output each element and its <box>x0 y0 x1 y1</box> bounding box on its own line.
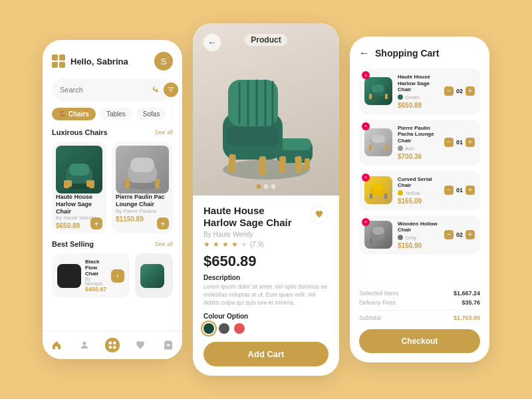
colour-options <box>203 323 329 334</box>
nav-user[interactable] <box>77 338 92 352</box>
best-img-1 <box>57 264 81 288</box>
cart-img-1 <box>364 77 392 105</box>
qty-minus-3[interactable]: − <box>444 186 454 195</box>
cart-item-2: × Pierre Paulin Pacha Lounge Chair Ash $… <box>359 120 480 166</box>
svg-rect-39 <box>372 84 384 92</box>
qty-plus-2[interactable]: + <box>466 138 475 147</box>
add-btn-2[interactable]: + <box>157 217 169 229</box>
svg-point-16 <box>82 342 86 345</box>
avatar: S <box>154 52 173 70</box>
svg-rect-13 <box>130 158 154 172</box>
phone1: Hello, Sabrina S 🪑 Chairs Tables <box>43 40 182 359</box>
cart-item-name-2: Pierre Paulin Pacha Lounge Chair <box>398 125 439 144</box>
back-button[interactable]: ← <box>203 34 221 51</box>
summary-divider <box>359 310 480 311</box>
subtotal-row: Subtotal $1,703.00 <box>359 315 480 321</box>
dot-2[interactable] <box>264 184 269 189</box>
category-chairs[interactable]: 🪑 Chairs <box>52 108 96 120</box>
star-5: ★ <box>241 240 247 249</box>
qty-plus-4[interactable]: + <box>466 230 475 239</box>
wishlist-button[interactable] <box>310 205 329 223</box>
category-tables[interactable]: Tables <box>100 108 132 120</box>
nav-grid[interactable] <box>105 338 120 352</box>
search-input[interactable] <box>60 86 152 94</box>
product-card-1[interactable]: Haute House Harlow Sage Chair By Haute W… <box>52 142 106 233</box>
bottom-nav <box>43 331 182 359</box>
cart-item-price-2: $700.36 <box>398 153 439 160</box>
remove-item-2[interactable]: × <box>362 122 370 130</box>
svg-rect-19 <box>109 346 112 348</box>
colour-red[interactable] <box>234 323 245 334</box>
cart-img-4 <box>364 221 392 249</box>
filter-button[interactable] <box>164 82 178 97</box>
colour-gray[interactable] <box>219 323 229 334</box>
product-title: Haute House Harlow Sage Chair <box>203 205 297 229</box>
greeting: Hello, Sabrina <box>70 57 128 66</box>
see-all-1[interactable]: See all <box>154 129 173 136</box>
nav-cart[interactable] <box>161 338 176 352</box>
search-icon[interactable] <box>152 84 160 96</box>
categories: 🪑 Chairs Tables Sofas Beds <box>52 108 173 120</box>
svg-rect-53 <box>384 238 387 243</box>
dot-3[interactable] <box>271 184 276 189</box>
best-item-2[interactable] <box>135 253 173 298</box>
product-card-2[interactable]: Pierre Paulin Pac Lounge Chair By Pierre… <box>112 142 173 233</box>
section2-title: Best Selling <box>52 240 94 248</box>
qty-plus-1[interactable]: + <box>466 86 475 96</box>
product-author: By Haute Wendy <box>203 231 329 238</box>
product-info: Haute House Harlow Sage Chair By Haute W… <box>193 196 339 376</box>
cart-summary: Selected Items $1,667.24 Delivery Fees $… <box>350 283 489 324</box>
search-bar[interactable] <box>52 78 173 101</box>
see-all-2[interactable]: See all <box>154 241 173 247</box>
phone3: ← Shopping Cart × Haute House Harlow Sag… <box>350 37 489 362</box>
best-price-1: $450.67 <box>85 286 107 293</box>
svg-rect-20 <box>113 346 116 348</box>
qty-minus-1[interactable]: − <box>444 86 454 96</box>
category-sofas[interactable]: Sofas <box>136 108 167 120</box>
qty-plus-3[interactable]: + <box>466 186 475 195</box>
svg-rect-26 <box>226 126 279 146</box>
add-btn-1[interactable]: + <box>90 217 102 229</box>
svg-rect-10 <box>86 180 90 187</box>
qty-ctrl-3: − 01 + <box>444 186 475 195</box>
review-count: (7.9) <box>250 241 264 248</box>
svg-rect-32 <box>305 158 310 170</box>
category-beds[interactable]: Beds <box>170 108 173 120</box>
svg-rect-45 <box>385 145 388 150</box>
dot-1[interactable] <box>257 184 261 189</box>
svg-rect-15 <box>155 179 160 188</box>
phone2: ← Product <box>193 23 339 376</box>
nav-heart[interactable] <box>133 338 148 352</box>
colour-teal[interactable] <box>203 323 214 334</box>
remove-item-1[interactable]: × <box>362 71 370 79</box>
qty-minus-4[interactable]: − <box>444 230 454 239</box>
cart-item-details-4: Wooden Hollow Chair Grey $150.90 <box>398 221 439 249</box>
svg-rect-51 <box>372 227 384 235</box>
svg-rect-47 <box>372 184 384 191</box>
cart-item-details-1: Haute House Harlow Sage Chair Green $650… <box>398 74 439 109</box>
cart-item-3: × Curved Serial Chair Yellow $165.09 − <box>359 171 480 210</box>
remove-item-3[interactable]: × <box>362 174 370 182</box>
cart-item-name-4: Wooden Hollow Chair <box>398 221 439 233</box>
svg-rect-31 <box>279 158 285 170</box>
qty-ctrl-4: − 02 + <box>444 230 475 239</box>
checkout-button[interactable]: Checkout <box>359 329 480 353</box>
remove-item-4[interactable]: × <box>362 218 370 226</box>
cart-back-button[interactable]: ← <box>359 47 370 59</box>
svg-rect-52 <box>370 238 372 243</box>
nav-home[interactable] <box>49 338 64 352</box>
grid-icon <box>52 55 65 68</box>
qty-minus-2[interactable]: − <box>444 138 454 147</box>
svg-rect-40 <box>369 94 372 99</box>
delivery-val: $35.76 <box>462 299 480 306</box>
product-label: Product <box>244 34 287 46</box>
svg-rect-25 <box>228 80 278 126</box>
svg-rect-17 <box>109 342 112 344</box>
product-name-2: Pierre Paulin Pac Lounge Chair <box>116 194 169 208</box>
best-selling-section: Best Selling See all Black Flow Chair By… <box>52 240 173 298</box>
add-cart-button[interactable]: Add Cart <box>203 342 329 366</box>
best-item-1[interactable]: Black Flow Chair By Namipot $450.67 › <box>52 253 130 298</box>
cart-item-details-3: Curved Serial Chair Yellow $165.09 <box>398 176 439 205</box>
best-arrow-1[interactable]: › <box>111 269 124 283</box>
cart-item-details-2: Pierre Paulin Pacha Lounge Chair Ash $70… <box>398 125 439 160</box>
